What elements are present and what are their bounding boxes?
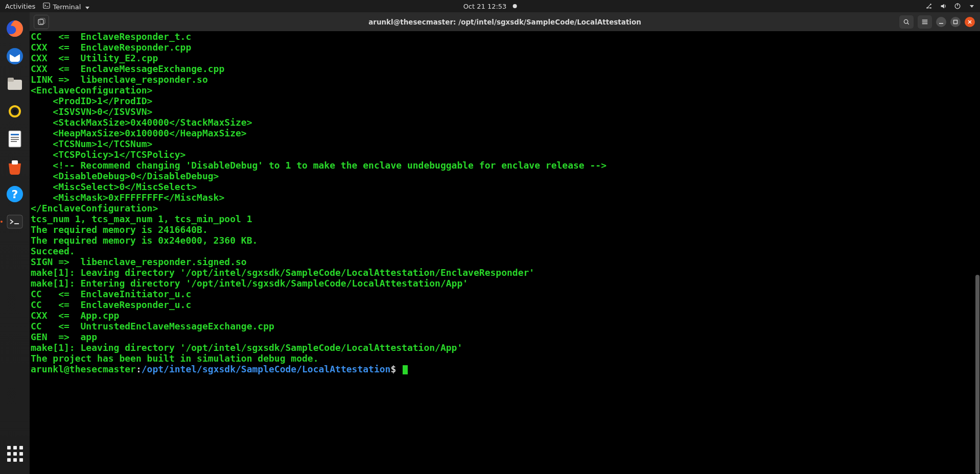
dock: ? (0, 12, 30, 474)
svg-rect-15 (11, 137, 19, 138)
svg-rect-9 (8, 78, 14, 82)
activities-button[interactable]: Activities (5, 3, 35, 10)
power-icon[interactable] (953, 2, 962, 10)
terminal-line: The required memory is 2416640B. (31, 224, 979, 235)
svg-rect-27 (922, 23, 928, 24)
terminal-line: tcs_num 1, tcs_max_num 1, tcs_min_pool 1 (31, 214, 979, 224)
minimize-button[interactable] (936, 17, 946, 27)
prompt-userhost: arunkl@thesecmaster (31, 364, 136, 374)
terminal-line: The required memory is 0x24e000, 2360 KB… (31, 235, 979, 246)
window-title: arunkl@thesecmaster: /opt/intel/sgxsdk/S… (368, 18, 641, 26)
svg-rect-14 (11, 134, 19, 135)
search-button[interactable] (899, 15, 914, 29)
terminal-line: SIGN => libenclave_responder.signed.so (31, 256, 979, 267)
svg-rect-21 (7, 215, 22, 228)
terminal-line: <EnclaveConfiguration> (31, 85, 979, 96)
svg-rect-18 (12, 160, 18, 164)
svg-rect-16 (11, 139, 19, 140)
app-menu-label: Terminal (53, 3, 81, 11)
terminal-mini-icon (42, 2, 51, 10)
clock[interactable]: Oct 21 12:53 (463, 3, 507, 10)
terminal-line: <MiscSelect>0</MiscSelect> (31, 181, 979, 192)
terminal-line: GEN => app (31, 331, 979, 342)
prompt-cwd: /opt/intel/sgxsdk/SampleCode/LocalAttest… (142, 364, 391, 374)
network-icon[interactable] (925, 2, 933, 10)
maximize-button[interactable] (950, 17, 961, 27)
svg-point-24 (904, 19, 907, 23)
svg-text:?: ? (12, 188, 18, 201)
terminal-line: <HeapMaxSize>0x100000</HeapMaxSize> (31, 128, 979, 138)
svg-rect-26 (922, 21, 928, 22)
terminal-line: <DisableDebug>0</DisableDebug> (31, 171, 979, 181)
close-button[interactable] (965, 17, 975, 27)
show-applications-button[interactable] (4, 442, 26, 465)
svg-rect-28 (939, 23, 943, 24)
app-menu[interactable]: Terminal (42, 2, 89, 11)
system-menu-chevron-icon[interactable] (970, 5, 974, 8)
terminal-line: </EnclaveConfiguration> (31, 203, 979, 214)
dock-files[interactable] (4, 73, 26, 95)
terminal-line: <MiscMask>0xFFFFFFFF</MiscMask> (31, 192, 979, 203)
svg-rect-25 (922, 19, 928, 20)
terminal-line: CXX <= App.cpp (31, 310, 979, 321)
terminal-line: CXX <= EnclaveMessageExchange.cpp (31, 63, 979, 74)
terminal-line: <TCSPolicy>1</TCSPolicy> (31, 149, 979, 160)
terminal-line: CC <= EnclaveInitiator_u.c (31, 289, 979, 299)
terminal-window: arunkl@thesecmaster: /opt/intel/sgxsdk/S… (30, 12, 980, 474)
terminal-line: Succeed. (31, 246, 979, 256)
terminal-line: CC <= EnclaveResponder_t.c (31, 31, 979, 42)
new-tab-button[interactable] (34, 15, 49, 29)
terminal-line: The project has been built in simulation… (31, 353, 979, 364)
prompt-end: $ (390, 364, 402, 374)
terminal-line: <TCSNum>1</TCSNum> (31, 138, 979, 149)
prompt-sep: : (136, 364, 142, 374)
dock-firefox[interactable] (4, 17, 26, 40)
gnome-topbar: Activities Terminal Oct 21 12:53 (0, 0, 980, 12)
dock-thunderbird[interactable] (4, 45, 26, 67)
svg-rect-0 (43, 3, 50, 9)
terminal-line: CXX <= EnclaveResponder.cpp (31, 42, 979, 53)
terminal-line: CC <= EnclaveResponder_u.c (31, 299, 979, 310)
terminal-line: CC <= UntrustedEnclaveMessageExchange.cp… (31, 321, 979, 331)
scrollbar-thumb[interactable] (975, 275, 979, 474)
svg-rect-29 (954, 20, 958, 23)
terminal-line: make[1]: Entering directory '/opt/intel/… (31, 278, 979, 289)
cursor (403, 365, 408, 374)
terminal-output[interactable]: CC <= EnclaveResponder_t.cCXX <= Enclave… (30, 31, 980, 474)
terminal-scrollbar[interactable] (975, 31, 980, 474)
terminal-line: make[1]: Leaving directory '/opt/intel/s… (31, 342, 979, 353)
svg-rect-5 (957, 4, 958, 6)
terminal-line: <!-- Recommend changing 'DisableDebug' t… (31, 160, 979, 171)
svg-point-7 (7, 48, 23, 64)
notification-dot-icon (512, 4, 517, 8)
terminal-line: CXX <= Utility_E2.cpp (31, 53, 979, 63)
svg-point-12 (13, 109, 17, 113)
terminal-line: <ProdID>1</ProdID> (31, 96, 979, 106)
terminal-line: <StackMaxSize>0x40000</StackMaxSize> (31, 117, 979, 128)
chevron-down-icon (85, 7, 89, 9)
svg-rect-17 (11, 141, 17, 142)
dock-rhythmbox[interactable] (4, 100, 26, 123)
dock-help[interactable]: ? (4, 183, 26, 205)
volume-icon[interactable] (939, 2, 947, 10)
terminal-line: make[1]: Leaving directory '/opt/intel/s… (31, 267, 979, 278)
dock-libreoffice[interactable] (4, 128, 26, 150)
dock-terminal[interactable] (4, 210, 26, 233)
hamburger-menu-button[interactable] (918, 15, 932, 29)
terminal-prompt[interactable]: arunkl@thesecmaster:/opt/intel/sgxsdk/Sa… (31, 364, 979, 374)
terminal-line: LINK => libenclave_responder.so (31, 74, 979, 85)
terminal-titlebar: arunkl@thesecmaster: /opt/intel/sgxsdk/S… (30, 12, 980, 31)
dock-software[interactable] (4, 155, 26, 178)
terminal-line: <ISVSVN>0</ISVSVN> (31, 106, 979, 117)
